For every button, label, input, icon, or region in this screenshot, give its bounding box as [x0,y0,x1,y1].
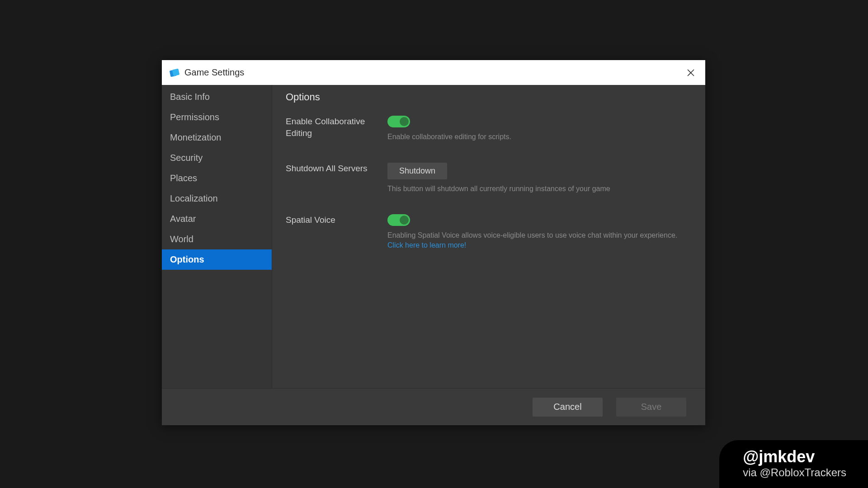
titlebar-left: Game Settings [169,67,244,78]
save-button: Save [616,398,686,417]
spatial-voice-toggle[interactable] [387,214,410,226]
row-control: Shutdown This button will shutdown all c… [387,163,692,194]
game-settings-dialog: Game Settings Basic Info Permissions Mon… [162,60,705,425]
close-button[interactable] [684,66,698,80]
sidebar-item-options[interactable]: Options [162,249,272,270]
row-description: Enable collaborative editing for scripts… [387,132,692,142]
learn-more-link[interactable]: Click here to learn more! [387,241,466,249]
toggle-knob-icon [400,117,409,126]
dialog-body: Basic Info Permissions Monetization Secu… [162,85,705,388]
dialog-title: Game Settings [184,67,244,78]
sidebar-item-avatar[interactable]: Avatar [162,209,272,229]
sidebar-item-security[interactable]: Security [162,148,272,168]
row-description: This button will shutdown all currently … [387,184,692,194]
options-panel: Options Enable Collaborative Editing Ena… [272,85,705,388]
roblox-studio-icon [169,67,180,78]
row-control: Enable collaborative editing for scripts… [387,116,692,142]
toggle-knob-icon [400,216,409,225]
row-collaborative-editing: Enable Collaborative Editing Enable coll… [286,116,692,142]
sidebar-item-permissions[interactable]: Permissions [162,107,272,127]
close-icon [687,69,695,77]
sidebar-item-places[interactable]: Places [162,168,272,188]
row-shutdown-servers: Shutdown All Servers Shutdown This butto… [286,163,692,194]
section-title: Options [286,91,692,103]
row-label: Spatial Voice [286,214,387,250]
shutdown-button[interactable]: Shutdown [387,163,447,179]
row-label: Shutdown All Servers [286,163,387,194]
svg-rect-1 [172,68,180,76]
sidebar-item-localization[interactable]: Localization [162,188,272,209]
sidebar-item-basic-info[interactable]: Basic Info [162,87,272,107]
cancel-button[interactable]: Cancel [533,398,603,417]
row-control: Enabling Spatial Voice allows voice-elig… [387,214,692,250]
sidebar-item-world[interactable]: World [162,229,272,249]
watermark-main: @jmkdev [743,448,846,465]
dialog-footer: Cancel Save [162,388,705,425]
collaborative-editing-toggle[interactable] [387,116,410,127]
titlebar: Game Settings [162,60,705,85]
row-label: Enable Collaborative Editing [286,116,387,142]
sidebar-item-monetization[interactable]: Monetization [162,127,272,148]
watermark: @jmkdev via @RobloxTrackers [719,440,868,488]
sidebar: Basic Info Permissions Monetization Secu… [162,85,272,388]
spatial-voice-desc-text: Enabling Spatial Voice allows voice-elig… [387,231,677,239]
watermark-sub: via @RobloxTrackers [743,466,846,479]
row-spatial-voice: Spatial Voice Enabling Spatial Voice all… [286,214,692,250]
row-description: Enabling Spatial Voice allows voice-elig… [387,230,692,250]
